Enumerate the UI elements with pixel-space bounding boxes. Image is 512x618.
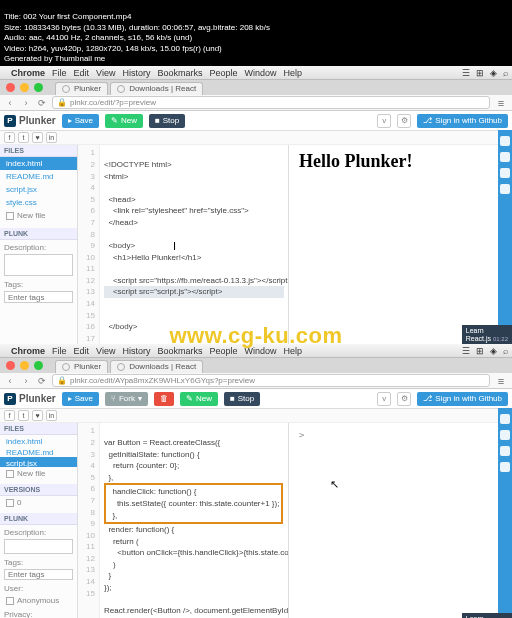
back-button[interactable]: ‹ [4, 375, 16, 387]
menu-file[interactable]: File [52, 346, 67, 356]
sidebar-item-index[interactable]: index.html [0, 435, 77, 446]
reload-button[interactable]: ⟳ [36, 97, 48, 109]
tool-icon[interactable] [500, 136, 510, 146]
signin-button[interactable]: ⎇ Sign in with Github [417, 114, 508, 128]
chrome-menu-icon[interactable]: ≡ [494, 374, 508, 388]
zoom-icon[interactable] [34, 361, 43, 370]
status-icon[interactable]: ◈ [490, 346, 497, 356]
menu-chrome[interactable]: Chrome [11, 68, 45, 78]
new-file-button[interactable]: New file [0, 209, 77, 222]
sidebar-item-index[interactable]: index.html [0, 157, 77, 170]
sidebar-item-readme[interactable]: README.md [0, 170, 77, 183]
code-editor[interactable]: 123456789101112131415 var Button = React… [78, 423, 288, 618]
dropdown-button[interactable]: v [377, 392, 391, 406]
menu-help[interactable]: Help [283, 68, 302, 78]
signin-button[interactable]: ⎇ Sign in with Github [417, 392, 508, 406]
minimize-icon[interactable] [20, 361, 29, 370]
code-editor[interactable]: 123456789101112131415161718 <!DOCTYPE ht… [78, 145, 288, 345]
tab-downloads[interactable]: Downloads | React [110, 82, 203, 95]
menu-window[interactable]: Window [244, 346, 276, 356]
chrome-menu-icon[interactable]: ≡ [494, 96, 508, 110]
tool-icon[interactable] [500, 184, 510, 194]
linkedin-icon[interactable]: in [46, 410, 57, 421]
forward-button[interactable]: › [20, 97, 32, 109]
minimize-icon[interactable] [20, 83, 29, 92]
tool-icon[interactable] [500, 168, 510, 178]
tab-plunker[interactable]: Plunker [55, 360, 108, 373]
menu-history[interactable]: History [122, 346, 150, 356]
menu-bookmarks[interactable]: Bookmarks [157, 346, 202, 356]
sidebar-item-style[interactable]: style.css [0, 196, 77, 209]
menu-edit[interactable]: Edit [74, 68, 90, 78]
status-icon[interactable]: ⌕ [503, 68, 508, 78]
menu-people[interactable]: People [209, 68, 237, 78]
tool-icon[interactable] [500, 446, 510, 456]
close-icon[interactable] [6, 361, 15, 370]
menu-help[interactable]: Help [283, 346, 302, 356]
like-icon[interactable]: ♥ [32, 132, 43, 143]
status-icon[interactable]: ⊞ [476, 346, 484, 356]
menu-window[interactable]: Window [244, 68, 276, 78]
forward-button[interactable]: › [20, 375, 32, 387]
menu-view[interactable]: View [96, 346, 115, 356]
menu-bookmarks[interactable]: Bookmarks [157, 68, 202, 78]
close-tab-icon[interactable] [117, 363, 125, 371]
close-icon[interactable] [6, 83, 15, 92]
facebook-icon[interactable]: f [4, 410, 15, 421]
fork-button[interactable]: ⑂ Fork ▾ [105, 392, 148, 406]
menu-people[interactable]: People [209, 346, 237, 356]
stop-button[interactable]: ■ Stop [149, 114, 185, 128]
like-icon[interactable]: ♥ [32, 410, 43, 421]
tab-downloads[interactable]: Downloads | React [110, 360, 203, 373]
user-anonymous[interactable]: Anonymous [0, 594, 77, 607]
close-tab-icon[interactable] [117, 85, 125, 93]
menu-view[interactable]: View [96, 68, 115, 78]
facebook-icon[interactable]: f [4, 132, 15, 143]
tags-input[interactable] [4, 569, 73, 580]
settings-button[interactable]: ⚙ [397, 392, 411, 406]
address-input[interactable]: 🔒plnkr.co/edit/AYpa8mxZK9WHLxY6GYqs?p=pr… [52, 374, 490, 387]
status-icon[interactable]: ☰ [462, 68, 470, 78]
description-input[interactable] [4, 539, 73, 554]
reload-button[interactable]: ⟳ [36, 375, 48, 387]
twitter-icon[interactable]: t [18, 410, 29, 421]
code-content[interactable]: <!DOCTYPE html> <html> <head> <link rel=… [100, 145, 288, 345]
tool-icon[interactable] [500, 462, 510, 472]
status-icon[interactable]: ☰ [462, 346, 470, 356]
new-file-button[interactable]: New file [0, 467, 77, 480]
save-button[interactable]: ▸ Save [62, 114, 99, 128]
description-input[interactable] [4, 254, 73, 276]
address-input[interactable]: 🔒plnkr.co/edit/?p=preview [52, 96, 490, 109]
menu-file[interactable]: File [52, 68, 67, 78]
sidebar-item-readme[interactable]: README.md [0, 446, 77, 457]
close-tab-icon[interactable] [62, 363, 70, 371]
tool-icon[interactable] [500, 152, 510, 162]
back-button[interactable]: ‹ [4, 97, 16, 109]
tab-plunker[interactable]: Plunker [55, 82, 108, 95]
checkbox-icon[interactable] [6, 597, 14, 605]
menu-history[interactable]: History [122, 68, 150, 78]
linkedin-icon[interactable]: in [46, 132, 57, 143]
version-item[interactable]: 0 [0, 496, 77, 509]
tool-icon[interactable] [500, 414, 510, 424]
dropdown-button[interactable]: v [377, 114, 391, 128]
plunker-logo[interactable]: PPlunker [4, 115, 56, 127]
settings-button[interactable]: ⚙ [397, 114, 411, 128]
close-tab-icon[interactable] [62, 85, 70, 93]
delete-button[interactable]: 🗑 [154, 392, 174, 406]
sidebar-item-script[interactable]: script.jsx [0, 457, 77, 468]
menu-edit[interactable]: Edit [74, 346, 90, 356]
sidebar-item-script[interactable]: script.jsx [0, 183, 77, 196]
tool-icon[interactable] [500, 430, 510, 440]
status-icon[interactable]: ⊞ [476, 68, 484, 78]
tags-input[interactable] [4, 291, 73, 303]
status-icon[interactable]: ⌕ [503, 346, 508, 356]
plunker-logo[interactable]: PPlunker [4, 393, 56, 405]
zoom-icon[interactable] [34, 83, 43, 92]
new-button[interactable]: ✎ New [180, 392, 218, 406]
status-icon[interactable]: ◈ [490, 68, 497, 78]
code-content[interactable]: var Button = React.createClass({ getInit… [100, 423, 288, 618]
save-button[interactable]: ▸ Save [62, 392, 99, 406]
new-button[interactable]: ✎ New [105, 114, 143, 128]
stop-button[interactable]: ■ Stop [224, 392, 260, 406]
